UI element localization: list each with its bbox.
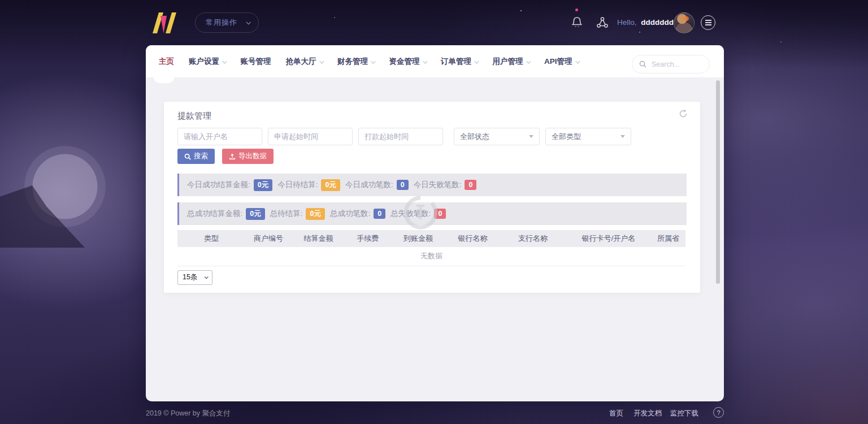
stat-badge: 0元 [246,208,264,220]
account-name-input[interactable] [177,128,262,145]
top-header: 常用操作 Hello, ddddddds2 [0,0,868,45]
stat-badge: 0元 [306,208,324,220]
chevron-down-icon [475,59,479,63]
chevron-down-icon [371,59,376,63]
action-buttons: 搜索 导出数据 [177,149,687,164]
table-empty-row: 无数据 [177,247,685,266]
empty-state-text: 无数据 [177,247,685,266]
nav-label: 财务管理 [337,57,368,67]
active-tab-notch [154,77,174,83]
stat-badge: 0元 [254,179,272,191]
stat-label: 总待结算: [270,209,303,219]
filter-row: 全部状态 全部类型 [177,128,687,145]
share-network-icon[interactable] [596,16,609,29]
chevron-down-icon [526,59,531,63]
settings-menu-icon[interactable] [701,15,715,30]
type-select[interactable]: 全部类型 [545,128,631,145]
stat-label: 今日失败笔数: [414,180,462,190]
help-icon[interactable]: ? [713,407,724,418]
main-container: 主页 账户设置 账号管理 抢单大厅 财务管理 资金管理 订单管理 用户管理 [146,45,724,401]
col-type: 类型 [177,230,245,247]
search-icon [184,153,191,160]
page-footer: 2019 © Power by 聚合支付 首页 开发文档 监控下载 ? [0,401,868,424]
brand-logo-icon[interactable] [151,10,177,35]
nav-item-home[interactable]: 主页 [159,57,174,67]
chevron-down-icon [319,59,324,63]
nav-item-account-manage[interactable]: 账号管理 [241,57,271,67]
type-select-value: 全部类型 [552,132,581,142]
main-navbar: 主页 账户设置 账号管理 抢单大厅 财务管理 资金管理 订单管理 用户管理 [146,45,724,77]
nav-label: 资金管理 [389,57,420,67]
export-button-label: 导出数据 [238,152,267,161]
search-box [632,55,710,73]
panel-title: 提款管理 [177,111,687,122]
stat-badge: 0 [434,209,446,219]
nav-item-account-settings[interactable]: 账户设置 [189,57,226,67]
stat-label: 总成功笔数: [330,209,370,219]
col-branch-name: 支行名称 [500,230,566,247]
stat-badge: 0 [465,180,476,190]
nav-label: API管理 [544,57,572,67]
stat-badge: 0元 [321,179,340,191]
col-bank-name: 银行名称 [446,230,500,247]
col-merchant-id: 商户编号 [245,230,292,247]
pay-start-time-input[interactable] [358,128,443,145]
nav-item-order-hall[interactable]: 抢单大厅 [286,57,323,67]
nav-item-orders-manage[interactable]: 订单管理 [441,57,478,67]
withdraw-table: 类型 商户编号 结算金额 手续费 到账金额 银行名称 支行名称 银行卡号/开户名… [177,230,685,266]
nav-label: 抢单大厅 [286,57,316,67]
user-greeting: Hello, ddddddds2 [617,18,682,27]
export-icon [229,153,236,160]
chevron-down-icon [246,20,250,24]
search-input[interactable] [652,60,702,68]
stat-label: 今日待结算: [277,180,318,190]
stat-label: 总成功结算金额: [187,209,242,219]
user-avatar[interactable] [674,12,695,33]
copyright-text: 2019 © Power by 聚合支付 [146,409,231,418]
search-button-label: 搜索 [194,152,208,161]
stat-badge: 0 [397,180,409,190]
nav-label: 主页 [159,57,174,67]
greeting-prefix: Hello, [617,18,637,27]
chevron-down-icon [205,275,209,279]
nav-label: 订单管理 [441,57,471,67]
notification-dot [575,8,578,11]
refresh-icon[interactable] [679,109,688,118]
col-province: 所属省 [651,230,685,247]
page-size-select[interactable]: 15条 [177,270,212,285]
footer-link-monitor[interactable]: 监控下载 [670,409,698,418]
quick-actions-dropdown[interactable]: 常用操作 [195,12,259,33]
stat-label: 总失败笔数: [390,209,431,219]
search-button[interactable]: 搜索 [177,149,215,164]
footer-link-home[interactable]: 首页 [609,409,623,418]
col-settle-amount: 结算金额 [292,230,345,247]
vertical-scrollbar[interactable] [716,80,720,284]
nav-label: 账号管理 [241,57,271,67]
col-card-number: 银行卡号/开户名 [566,230,651,247]
withdraw-panel: 提款管理 全部状态 全部类型 [164,102,700,293]
nav-item-funds-manage[interactable]: 资金管理 [389,57,427,67]
apply-start-time-input[interactable] [268,128,353,145]
col-fee: 手续费 [345,230,390,247]
nav-item-finance-manage[interactable]: 财务管理 [337,57,375,67]
bell-icon[interactable] [570,16,584,29]
export-data-button[interactable]: 导出数据 [222,149,274,164]
table-header-row: 类型 商户编号 结算金额 手续费 到账金额 银行名称 支行名称 银行卡号/开户名… [177,230,685,247]
stat-badge: 0 [374,209,385,219]
nav-item-api-manage[interactable]: API管理 [544,57,579,67]
chevron-down-icon [423,59,427,63]
search-icon [639,60,646,68]
chevron-down-icon [223,59,227,63]
nav-label: 账户设置 [189,57,219,67]
stat-label: 今日成功结算金额: [187,180,250,190]
nav-label: 用户管理 [493,57,523,67]
nav-item-users-manage[interactable]: 用户管理 [493,57,530,67]
footer-link-docs[interactable]: 开发文档 [633,409,662,418]
stat-label: 今日成功笔数: [345,180,393,190]
chevron-down-icon [575,59,580,63]
page-size-value: 15条 [183,272,197,282]
quick-actions-label: 常用操作 [206,18,237,28]
status-select-value: 全部状态 [460,132,489,142]
status-select[interactable]: 全部状态 [454,128,540,145]
caret-down-icon [620,135,625,138]
